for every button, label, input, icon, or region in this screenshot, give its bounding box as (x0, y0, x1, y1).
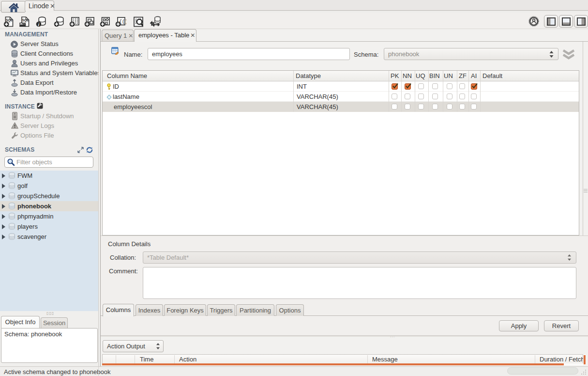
svg-text:SQL: SQL (22, 18, 29, 22)
svg-text:i: i (38, 22, 40, 27)
